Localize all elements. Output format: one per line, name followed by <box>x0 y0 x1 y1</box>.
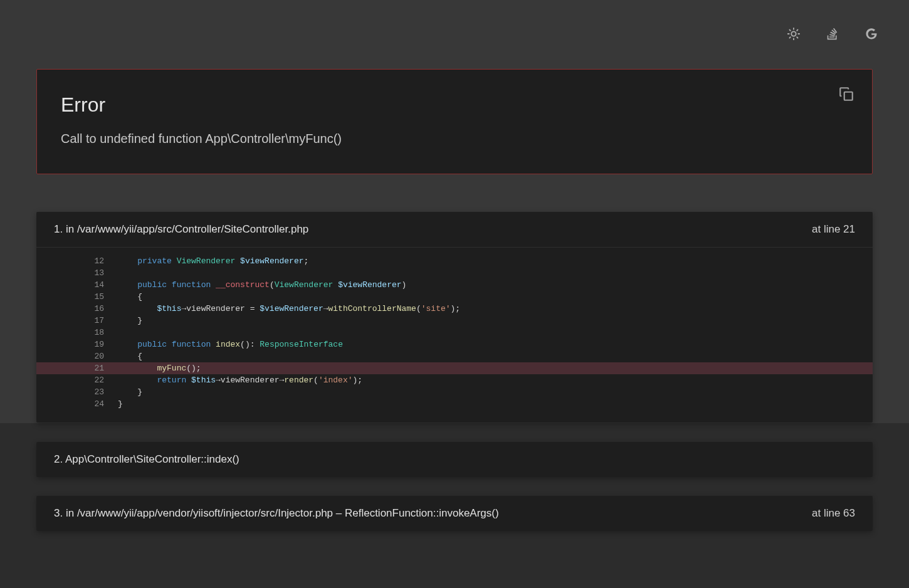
line-number: 20 <box>36 350 118 362</box>
stack-item-2: 2. App\Controller\SiteController::index(… <box>36 442 873 477</box>
at-line-num: 21 <box>843 223 855 235</box>
code-block: 12 private ViewRenderer $viewRenderer;13… <box>36 248 873 423</box>
error-message: Call to undefined function App\Controlle… <box>61 132 848 146</box>
code-line: 24} <box>36 398 873 410</box>
code-text: return $this→viewRenderer→render('index'… <box>118 374 873 386</box>
line-number: 16 <box>36 303 118 315</box>
stack-in-label: in <box>66 223 77 235</box>
code-text: private ViewRenderer $viewRenderer; <box>118 255 873 267</box>
code-text: } <box>118 398 873 410</box>
line-number: 19 <box>36 339 118 350</box>
stack-title: App\Controller\SiteController::index() <box>65 453 239 465</box>
stack-path: /var/www/yii/app/vendor/yiisoft/injector… <box>77 507 333 519</box>
line-number: 15 <box>36 291 118 303</box>
code-line: 20 { <box>36 350 873 362</box>
code-line: 14 public function __construct(ViewRende… <box>36 279 873 291</box>
copy-icon[interactable] <box>838 86 854 102</box>
code-line: 17 } <box>36 315 873 327</box>
stack-suffix: – ReflectionFunction::invokeArgs() <box>333 507 499 519</box>
stack-path: /var/www/yii/app/src/Controller/SiteCont… <box>77 223 308 235</box>
line-number: 13 <box>36 267 118 279</box>
svg-rect-9 <box>844 92 853 100</box>
line-number: 22 <box>36 374 118 386</box>
code-line: 15 { <box>36 291 873 303</box>
stack-item-3: 3. in /var/www/yii/app/vendor/yiisoft/in… <box>36 496 873 531</box>
code-text: public function index(): ResponseInterfa… <box>118 339 873 350</box>
code-line: 23 } <box>36 386 873 398</box>
line-number: 18 <box>36 327 118 339</box>
code-text: } <box>118 315 873 327</box>
line-number: 21 <box>36 362 118 374</box>
stack-in-label: in <box>66 507 77 519</box>
error-title: Error <box>61 93 848 117</box>
stack-index: 1. <box>54 223 63 235</box>
code-line: 22 return $this→viewRenderer→render('ind… <box>36 374 873 386</box>
code-line: 19 public function index(): ResponseInte… <box>36 339 873 350</box>
sun-icon[interactable] <box>786 26 801 41</box>
code-line: 13 <box>36 267 873 279</box>
code-text <box>118 327 873 339</box>
code-text: { <box>118 291 873 303</box>
stack-header-3[interactable]: 3. in /var/www/yii/app/vendor/yiisoft/in… <box>36 496 873 531</box>
line-number: 14 <box>36 279 118 291</box>
code-text: { <box>118 350 873 362</box>
code-text: $this→viewRenderer = $viewRenderer→withC… <box>118 303 873 315</box>
stack-header-2[interactable]: 2. App\Controller\SiteController::index(… <box>36 442 873 477</box>
at-line-label: at line <box>812 507 843 519</box>
svg-line-8 <box>797 30 797 31</box>
code-line: 18 <box>36 327 873 339</box>
svg-line-4 <box>797 37 797 38</box>
stackoverflow-icon[interactable] <box>825 26 840 41</box>
error-card: Error Call to undefined function App\Con… <box>36 69 873 174</box>
svg-point-0 <box>791 31 796 36</box>
stack-item-1: 1. in /var/www/yii/app/src/Controller/Si… <box>36 212 873 423</box>
code-text: } <box>118 386 873 398</box>
stack-header-1[interactable]: 1. in /var/www/yii/app/src/Controller/Si… <box>36 212 873 247</box>
at-line-num: 63 <box>843 507 855 519</box>
code-line: 21 myFunc(); <box>36 362 873 374</box>
line-number: 12 <box>36 255 118 267</box>
line-number: 17 <box>36 315 118 327</box>
svg-line-3 <box>790 30 791 31</box>
at-line-label: at line <box>812 223 843 235</box>
code-line: 16 $this→viewRenderer = $viewRenderer→wi… <box>36 303 873 315</box>
google-icon[interactable] <box>864 26 879 41</box>
svg-line-7 <box>790 37 791 38</box>
code-text: public function __construct(ViewRenderer… <box>118 279 873 291</box>
code-text <box>118 267 873 279</box>
code-text: myFunc(); <box>118 362 873 374</box>
stack-index: 2. <box>54 453 63 465</box>
line-number: 24 <box>36 398 118 410</box>
stack-index: 3. <box>54 507 63 519</box>
code-line: 12 private ViewRenderer $viewRenderer; <box>36 255 873 267</box>
toolbar <box>0 0 909 50</box>
line-number: 23 <box>36 386 118 398</box>
